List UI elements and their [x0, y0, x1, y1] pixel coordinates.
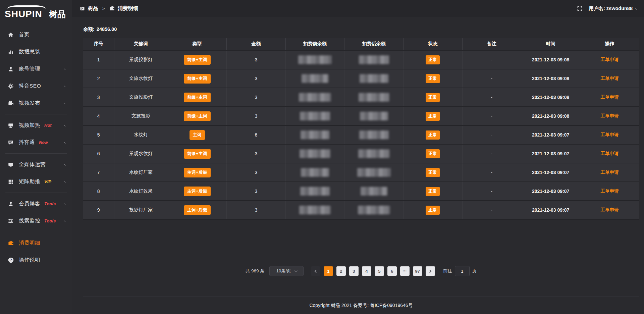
sidebar-item-douketong[interactable]: 抖客通New — [0, 134, 72, 151]
fullscreen-icon[interactable] — [577, 6, 583, 11]
sidebar-item-label: 消费明细 — [19, 240, 40, 247]
ticket-apply-link[interactable]: 工单申请 — [600, 207, 619, 212]
cell-amount: 3 — [227, 50, 286, 69]
cell-remark: - — [462, 163, 521, 182]
wallet-icon — [7, 240, 14, 247]
masked-balance — [299, 206, 331, 214]
cell-remark: - — [462, 107, 521, 125]
sidebar-item-media-operation[interactable]: 全媒体运营 — [0, 156, 72, 173]
cell-time: 2021-12-03 09:07 — [521, 201, 580, 219]
table-row: 2文旅水纹灯前缀+主词3正常-2021-12-03 09:08工单申请 — [83, 69, 639, 88]
remark-text: - — [491, 76, 493, 81]
cell-balance-after — [344, 125, 404, 144]
table-row: 3文旅投影灯前缀+主词3正常-2021-12-03 09:08工单申请 — [83, 88, 639, 107]
masked-balance — [358, 206, 390, 214]
pagination-next-button[interactable] — [426, 266, 435, 276]
logo: SHUPIN 树品 — [0, 3, 72, 23]
cell-type: 前缀+主词 — [168, 88, 227, 107]
column-header: 备注 — [462, 38, 521, 50]
pagination-page-5[interactable]: 5 — [375, 266, 384, 276]
type-badge: 主词+后缀 — [184, 168, 211, 177]
sidebar-item-label: 视频加热 — [19, 122, 40, 129]
sidebar-item-member-burst[interactable]: 会员爆客Tools — [0, 195, 72, 212]
ticket-apply-link[interactable]: 工单申请 — [600, 57, 619, 62]
breadcrumb-item-consumption-detail[interactable]: 消费明细 — [118, 5, 139, 12]
cell-balance-before — [285, 88, 344, 107]
masked-balance — [358, 149, 390, 158]
masked-balance — [300, 187, 330, 196]
sidebar-item-clue-monitor[interactable]: 线索监控Tools — [0, 212, 72, 229]
cell-balance-after — [344, 144, 404, 163]
chevron-down-icon — [64, 162, 67, 166]
remark-text: - — [491, 95, 493, 100]
cell-status: 正常 — [404, 125, 463, 144]
pagination-page-2[interactable]: 2 — [336, 266, 346, 276]
cell-status: 正常 — [404, 201, 463, 219]
chevron-down-icon — [64, 123, 67, 126]
remark-text: - — [491, 170, 493, 175]
cell-remark: - — [462, 201, 521, 219]
chart-icon — [7, 49, 14, 55]
ticket-apply-link[interactable]: 工单申请 — [600, 113, 619, 118]
column-header: 扣费前余额 — [285, 38, 344, 50]
question-icon: ? — [7, 257, 14, 264]
pagination: 共 969 条 10条/页 123456•••97 前往 页 — [83, 266, 639, 276]
pagination-total: 共 969 条 — [246, 268, 265, 274]
sidebar-item-label: 视频发布 — [19, 100, 40, 107]
pagination-page-97[interactable]: 97 — [413, 266, 422, 276]
pagination-page-4[interactable]: 4 — [362, 266, 371, 276]
balance-summary: 余额:24856.00 — [83, 26, 639, 33]
svg-text:?: ? — [10, 258, 12, 262]
cell-keyword: 文旅水纹灯 — [114, 69, 168, 88]
table-body: 1景观投影灯前缀+主词3正常-2021-12-03 09:08工单申请2文旅水纹… — [83, 50, 639, 219]
goto-page-input[interactable] — [455, 266, 470, 276]
ticket-apply-link[interactable]: 工单申请 — [600, 170, 619, 175]
status-badge: 正常 — [426, 93, 440, 102]
sidebar-item-data-overview[interactable]: 数据总览 — [0, 43, 72, 60]
user-menu[interactable]: 用户名: zswodun88 — [589, 5, 637, 12]
sidebar-item-consumption-detail[interactable]: 消费明细 — [0, 234, 72, 252]
pagination-page-1[interactable]: 1 — [324, 266, 333, 276]
sidebar-item-video-heat[interactable]: 视频加热Hot — [0, 117, 72, 134]
cell-type: 前缀+主词 — [168, 50, 227, 69]
page-size-select[interactable]: 10条/页 — [269, 266, 304, 276]
column-header: 扣费后余额 — [344, 38, 404, 50]
ticket-apply-link[interactable]: 工单申请 — [600, 76, 619, 81]
sidebar-item-operation-guide[interactable]: ?操作说明 — [0, 252, 72, 269]
panel-icon — [79, 6, 85, 11]
cell-action: 工单申请 — [580, 88, 639, 107]
type-badge: 前缀+主词 — [184, 93, 211, 102]
cell-balance-before — [285, 182, 344, 201]
remark-text: - — [491, 207, 493, 213]
sidebar-item-douyin-seo[interactable]: 抖音SEO — [0, 77, 72, 95]
cell-balance-before — [285, 69, 344, 88]
masked-balance — [301, 130, 329, 139]
pagination-prev-button[interactable] — [311, 266, 320, 276]
sidebar-item-home[interactable]: 首页 — [0, 26, 72, 43]
sidebar-item-account-management[interactable]: 账号管理 — [0, 60, 72, 77]
pagination-page-6[interactable]: 6 — [387, 266, 397, 276]
sidebar-divider — [5, 232, 67, 232]
status-badge: 正常 — [426, 74, 440, 83]
time-text: 2021-12-03 09:08 — [532, 76, 569, 81]
ticket-apply-link[interactable]: 工单申请 — [600, 151, 619, 156]
masked-balance — [298, 55, 332, 64]
pagination-page-3[interactable]: 3 — [349, 266, 359, 276]
status-badge: 正常 — [426, 187, 440, 196]
cell-keyword: 水纹灯厂家 — [114, 163, 168, 182]
sidebar-item-video-publish[interactable]: 视频发布 — [0, 95, 72, 112]
ticket-apply-link[interactable]: 工单申请 — [600, 132, 619, 137]
sidebar-divider — [5, 114, 67, 114]
content: 余额:24856.00 序号关键词类型金额扣费前余额扣费后余额状态备注时间操作 … — [72, 17, 644, 297]
ticket-apply-link[interactable]: 工单申请 — [600, 95, 619, 100]
pagination-goto: 前往 页 — [443, 266, 477, 276]
masked-balance — [357, 168, 391, 177]
sidebar-item-tag: VIP — [44, 179, 51, 184]
sidebar-item-matrix-boost[interactable]: 矩阵助推VIP — [0, 173, 72, 190]
table-row: 7水纹灯厂家主词+后缀3正常-2021-12-03 09:07工单申请 — [83, 163, 639, 182]
pagination-ellipsis[interactable]: ••• — [400, 266, 410, 276]
breadcrumb-item-shupin[interactable]: 树品 — [88, 5, 98, 12]
ticket-apply-link[interactable]: 工单申请 — [600, 189, 619, 194]
gear-icon — [7, 83, 14, 90]
cell-remark: - — [462, 144, 521, 163]
